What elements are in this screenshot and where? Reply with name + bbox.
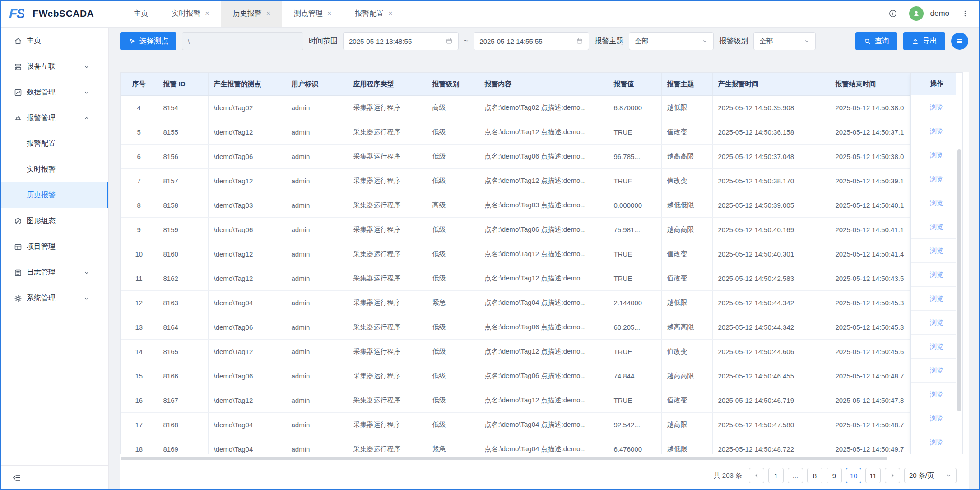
table-row: 48154\demo\Tag02admin采集器运行程序高级点名:\demo\T… (121, 96, 911, 120)
cell-content: 点名:\demo\Tag04 点描述:demo... (479, 291, 608, 315)
sidebar-item-alarm-mgmt[interactable]: 报警管理 (0, 105, 108, 131)
tab-close-icon[interactable]: × (388, 10, 392, 17)
chevron-right-icon (889, 472, 896, 479)
tab-close-icon[interactable]: × (327, 10, 331, 17)
cell-app: 采集器运行程序 (348, 266, 427, 291)
horizontal-scrollbar[interactable] (121, 456, 910, 461)
tab-4[interactable]: 报警配置× (343, 0, 404, 27)
page-ellipsis[interactable]: ... (788, 468, 803, 483)
cell-level: 低级 (427, 413, 479, 437)
sidebar-item-project-mgmt[interactable]: 项目管理 (0, 234, 108, 260)
row-actions: 浏览 (911, 191, 962, 215)
column-settings-button[interactable] (951, 33, 968, 50)
sidebar-subitem-history-alarm[interactable]: 历史报警 (0, 182, 108, 208)
person-icon (912, 9, 921, 18)
cell-end: 2025-05-12 14:50:39.1 (830, 169, 911, 193)
collapse-sidebar-icon[interactable] (12, 473, 22, 483)
cell-level: 低级 (427, 145, 479, 169)
sidebar-item-graphics[interactable]: 图形组态 (0, 208, 108, 234)
app-window: FS FWebSCADA 主页实时报警×历史报警×测点管理×报警配置× demo… (0, 0, 980, 490)
tab-0[interactable]: 主页 (122, 0, 160, 27)
avatar[interactable] (909, 6, 924, 21)
cell-end: 2025-05-12 14:50:48.7 (830, 413, 911, 437)
sidebar-item-device-link[interactable]: 设备互联 (0, 54, 108, 79)
browse-link[interactable]: 浏览 (930, 223, 943, 231)
chevron-down-icon (946, 473, 952, 478)
browse-link[interactable]: 浏览 (930, 151, 943, 159)
cell-app: 采集器运行程序 (348, 291, 427, 315)
username[interactable]: demo (930, 9, 949, 18)
cell-app: 采集器运行程序 (348, 437, 427, 454)
browse-link[interactable]: 浏览 (930, 175, 943, 183)
sidebar-item-system-mgmt[interactable]: 系统管理 (0, 285, 108, 311)
column-header: 报警结束时间 (830, 73, 911, 96)
sidebar-item-data-mgmt[interactable]: 数据管理 (0, 79, 108, 105)
info-icon[interactable] (888, 9, 897, 18)
browse-link[interactable]: 浏览 (930, 103, 943, 112)
time-to-input[interactable]: 2025-05-12 14:55:55 (474, 32, 589, 50)
cell-value: TRUE (608, 242, 661, 266)
vertical-scrollbar-thumb[interactable] (957, 149, 961, 411)
vertical-scrollbar[interactable] (956, 73, 962, 455)
page-button-11[interactable]: 11 (865, 468, 881, 483)
level-select[interactable]: 全部 (753, 32, 816, 50)
cell-value: TRUE (608, 266, 661, 291)
chevron-down-icon (84, 270, 90, 276)
sidebar-subitem-alarm-config[interactable]: 报警配置 (0, 131, 108, 157)
browse-link[interactable]: 浏览 (930, 438, 943, 447)
time-from-input[interactable]: 2025-05-12 13:48:55 (343, 32, 459, 50)
app-title: FWebSCADA (33, 8, 94, 19)
cell-level: 低级 (427, 340, 479, 364)
cell-start: 2025-05-12 14:50:40.169 (712, 218, 830, 242)
page-button-10[interactable]: 10 (846, 468, 861, 483)
browse-link[interactable]: 浏览 (930, 199, 943, 207)
browse-link[interactable]: 浏览 (930, 271, 943, 279)
cell-level: 高级 (427, 96, 479, 120)
page-size-select[interactable]: 20 条/页 (904, 468, 957, 483)
browse-link[interactable]: 浏览 (930, 318, 943, 327)
export-button[interactable]: 导出 (903, 32, 945, 50)
cell-id: 8168 (158, 413, 208, 437)
tab-close-icon[interactable]: × (205, 10, 209, 17)
cell-point: \demo\Tag12 (208, 242, 286, 266)
browse-link[interactable]: 浏览 (930, 390, 943, 399)
tab-2[interactable]: 历史报警× (221, 0, 282, 27)
browse-link[interactable]: 浏览 (930, 414, 943, 423)
table-row: 138164\demo\Tag06admin采集器运行程序低级点名:\demo\… (121, 315, 911, 340)
page-button-1[interactable]: 1 (768, 468, 784, 483)
kebab-menu-icon[interactable] (961, 9, 969, 18)
cell-content: 点名:\demo\Tag12 点描述:demo... (479, 120, 608, 145)
topic-select[interactable]: 全部 (629, 32, 714, 50)
horizontal-scrollbar-thumb[interactable] (121, 457, 887, 460)
column-header: 产生报警的测点 (208, 73, 286, 96)
query-button[interactable]: 查询 (855, 32, 897, 50)
browse-link[interactable]: 浏览 (930, 127, 943, 135)
cell-content: 点名:\demo\Tag06 点描述:demo... (479, 364, 608, 388)
page-button-9[interactable]: 9 (827, 468, 842, 483)
tab-close-icon[interactable]: × (266, 10, 270, 17)
cell-value: 60.205... (608, 315, 661, 340)
browse-link[interactable]: 浏览 (930, 294, 943, 303)
select-point-button[interactable]: 选择测点 (120, 32, 176, 50)
point-input[interactable]: \ (182, 32, 303, 50)
next-page-button[interactable] (885, 468, 900, 483)
cell-level: 低级 (427, 364, 479, 388)
chevron-down-icon (84, 89, 90, 96)
devices-icon (14, 62, 23, 71)
sidebar-subitem-realtime-alarm[interactable]: 实时报警 (0, 157, 108, 182)
column-header: 产生报警时间 (712, 73, 830, 96)
cell-app: 采集器运行程序 (348, 315, 427, 340)
browse-link[interactable]: 浏览 (930, 366, 943, 375)
prev-page-button[interactable] (749, 468, 764, 483)
browse-link[interactable]: 浏览 (930, 342, 943, 351)
table-row: 108160\demo\Tag12admin采集器运行程序低级点名:\demo\… (121, 242, 911, 266)
sidebar-item-home[interactable]: 主页 (0, 28, 108, 54)
cell-end: 2025-05-12 14:50:37.1 (830, 120, 911, 145)
page-button-8[interactable]: 8 (807, 468, 822, 483)
tab-1[interactable]: 实时报警× (160, 0, 221, 27)
browse-link[interactable]: 浏览 (930, 247, 943, 255)
row-actions: 浏览 (911, 167, 962, 191)
sidebar-item-log-mgmt[interactable]: 日志管理 (0, 260, 108, 285)
menu-icon (956, 37, 964, 45)
tab-3[interactable]: 测点管理× (282, 0, 343, 27)
